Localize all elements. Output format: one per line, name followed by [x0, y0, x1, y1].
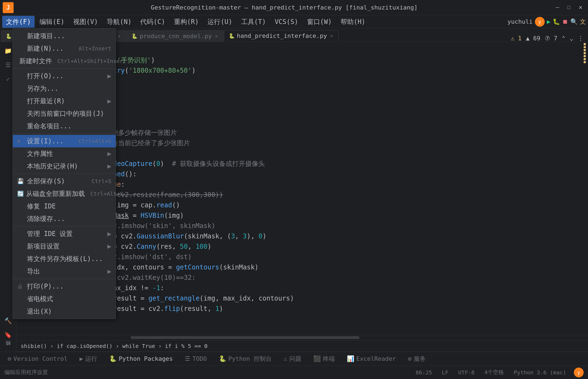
gutter-warning-5: [584, 55, 586, 57]
status-position[interactable]: 86:25: [414, 368, 434, 377]
tool-run[interactable]: ▶ 运行: [76, 353, 100, 365]
menu-export[interactable]: 导出 ▶: [13, 265, 116, 278]
code-line-cap: cap = cv2.VideoCapture(0) # 获取摄像头设备或打开摄像…: [50, 159, 584, 169]
status-indent[interactable]: 4个空格: [482, 368, 506, 377]
sidebar-bookmark-icon[interactable]: 🔖: [2, 329, 14, 341]
close-button[interactable]: ✕: [575, 4, 585, 11]
menu-edit[interactable]: 编辑(E): [36, 16, 68, 28]
sidebar-structure-icon[interactable]: ☰: [2, 59, 14, 71]
py-console-icon: 🐍: [219, 355, 226, 362]
menu-vcs[interactable]: VCS(S): [271, 16, 302, 27]
run-icon[interactable]: ▶: [547, 18, 550, 25]
menu-rename-project[interactable]: 重命名项目...: [13, 120, 116, 132]
tab-hand-predict[interactable]: 🐍 hand_predict_interface.py ✕: [224, 30, 339, 42]
menu-file-properties[interactable]: 文件属性 ▶: [13, 147, 116, 160]
menu-repair-ide[interactable]: 修复 IDE: [13, 200, 116, 213]
menu-new-project-settings[interactable]: 新项目设置 ▶: [13, 240, 116, 253]
menu-navigate[interactable]: 导航(N): [103, 16, 135, 28]
title-bar: J GestureRecognition-master – hand_predi…: [0, 0, 588, 15]
divider-2: [13, 134, 116, 134]
menu-open[interactable]: 打开(O)... ▶: [13, 70, 116, 82]
status-encoding[interactable]: UTF-8: [456, 368, 477, 377]
menu-close-project[interactable]: 关闭当前窗口中的项目(J): [13, 107, 116, 120]
todo-icon: ☰: [185, 355, 190, 362]
menu-clear-cache[interactable]: 清除缓存...: [13, 213, 116, 225]
debug-icon[interactable]: 🐛: [553, 18, 560, 25]
minimize-button[interactable]: ─: [553, 4, 562, 11]
sidebar-commit-icon[interactable]: ✓: [2, 73, 14, 85]
py-pkg-icon: 🐍: [109, 355, 117, 362]
tool-terminal[interactable]: ⬛ 终端: [310, 353, 338, 365]
maximize-button[interactable]: □: [564, 4, 574, 11]
code-line-53: ret, img = cap.read(): [50, 200, 584, 210]
menu-local-history[interactable]: 本地历史记录(H) ▶: [13, 160, 116, 172]
terminal-icon: ⬛: [313, 355, 321, 362]
tool-python-packages[interactable]: 🐍 Python Packages: [106, 354, 176, 364]
menu-print[interactable]: 🖨 打印(P)...: [13, 280, 116, 293]
code-line-def-shibie: def shibie():: [50, 107, 584, 117]
status-line-ending[interactable]: LF: [440, 368, 451, 377]
menu-run[interactable]: 运行(U): [204, 16, 236, 28]
status-profile-icon[interactable]: y: [574, 368, 584, 377]
code-line-comment1: # 录制识别视频: [50, 96, 584, 107]
menu-file[interactable]: 文件(F): [2, 16, 35, 28]
tool-python-console[interactable]: 🐍 Python 控制台: [216, 353, 275, 365]
menu-settings[interactable]: ⚙ 设置(I)... Ctrl+Alt+S: [13, 135, 116, 147]
menu-window[interactable]: 窗口(W): [303, 16, 336, 28]
menu-new-scratch[interactable]: 新建时文件 Ctrl+Alt+Shift+Insert: [13, 55, 116, 67]
collapse-icon[interactable]: ⌄: [570, 35, 573, 42]
profile-avatar[interactable]: y: [535, 17, 545, 27]
tool-excel-reader[interactable]: 📊 ExcelReader: [344, 354, 399, 364]
info-count: ▲ 69: [526, 35, 540, 42]
code-line-61: if max_idx != -1:: [50, 283, 584, 293]
menu-code[interactable]: 代码(C): [136, 16, 169, 28]
excel-icon: 📊: [347, 355, 354, 362]
menu-view[interactable]: 视图(V): [69, 16, 102, 28]
menu-tools[interactable]: 工具(T): [237, 16, 270, 28]
status-footer-left[interactable]: 编辑应用程序设置: [4, 369, 48, 376]
problems-label: 问题: [289, 355, 301, 363]
menu-save-as-template[interactable]: 将文件另存为模板(L)...: [13, 253, 116, 265]
tab-yuchuli-icon: 🐍: [6, 33, 12, 39]
menu-power-save[interactable]: 省电模式: [13, 293, 116, 305]
tool-version-control[interactable]: ⚙ Version Control: [4, 354, 71, 364]
sidebar-build-icon[interactable]: 🔨: [2, 315, 14, 327]
search-icon[interactable]: 🔍: [570, 18, 578, 25]
more-icon[interactable]: ⋮: [578, 35, 584, 42]
menu-refactor[interactable]: 重构(R): [170, 16, 203, 28]
horizontal-scrollbar[interactable]: [16, 335, 588, 340]
translate-icon[interactable]: 文: [580, 18, 586, 26]
menu-bar: 文件(F) 编辑(E) 视图(V) 导航(N) 代码(C) 重构(R) 运行(U…: [0, 15, 588, 28]
tab-produce-cnn[interactable]: 🐍 produce_cnn_model.py ✕: [127, 30, 223, 42]
menu-recent[interactable]: 打开最近(R) ▶: [13, 95, 116, 107]
expand-icon[interactable]: ⌃: [562, 35, 565, 42]
gutter-warning-6: [584, 58, 586, 60]
menu-help[interactable]: 帮助(H): [337, 16, 369, 28]
menu-new[interactable]: 新建(N)... Alt+Insert: [13, 42, 116, 55]
git-count: ⑦ 7: [545, 35, 558, 42]
file-menu-dropdown: 新建项目... 新建(N)... Alt+Insert 新建时文件 Ctrl+A…: [13, 28, 116, 319]
code-line-62: result = get_rectangle(img, max_idx, con…: [50, 293, 584, 304]
menu-new-project[interactable]: 新建项目...: [13, 30, 116, 42]
tool-todo[interactable]: ☰ TODO: [182, 354, 210, 364]
reload-icon: 🔄: [17, 190, 24, 197]
code-content[interactable]: window = Tk() window.title('手势识别') windo…: [46, 42, 588, 335]
menu-manage-ide[interactable]: 管理 IDE 设置 ▶: [13, 228, 116, 240]
menu-exit[interactable]: 退出(X): [13, 305, 116, 318]
menu-save-all[interactable]: 💾 全部保存(S) Ctrl+S: [13, 175, 116, 187]
status-language[interactable]: Python 3.6 (mac): [512, 368, 568, 377]
tool-problems[interactable]: ⚠ 问题: [280, 353, 305, 365]
sidebar-project-icon[interactable]: 📁: [2, 45, 14, 57]
tool-services[interactable]: ⚙ 服务: [405, 353, 429, 365]
scroll-thumb-h: [131, 336, 359, 339]
menu-reload[interactable]: 🔄 从磁盘全部重新加载 Ctrl+Alt+Y: [13, 187, 116, 200]
code-line-if-cap: if cap.isOpened():: [50, 169, 584, 179]
py-console-label: Python 控制台: [228, 355, 272, 363]
code-line-63: result = cv2.flip(result, 1): [50, 304, 584, 314]
tab-produce-cnn-close[interactable]: ✕: [214, 34, 219, 39]
stop-icon[interactable]: ⏹: [562, 18, 568, 25]
tab-test-acc-close[interactable]: ✕: [117, 34, 122, 39]
code-line-60: # if cv2.waitKey(10)==32:: [50, 272, 584, 283]
tab-hand-predict-close[interactable]: ✕: [329, 34, 334, 38]
menu-save-as[interactable]: 另存为...: [13, 82, 116, 95]
